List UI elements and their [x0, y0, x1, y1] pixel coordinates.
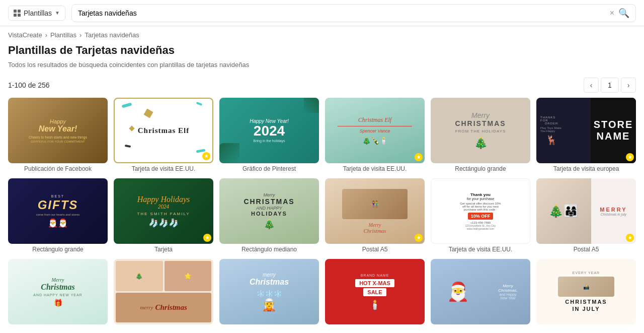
template-item[interactable]: Happy New Year! 2024 Bring in the holida… [219, 98, 319, 172]
template-label [114, 324, 213, 332]
template-thumb: Happy New Year! Cheers to fresh starts a… [8, 98, 108, 163]
template-thumb: Christmas Elf Spencer Vance 🎄🍾🕯️ ★ [325, 98, 425, 163]
template-thumb: BRAND NAME HOT X-MAS SALE 🕯️ [325, 259, 425, 324]
template-label [536, 324, 636, 332]
breadcrumb: VistaCreate › Plantillas › Tarjetas navi… [0, 26, 644, 42]
template-label [431, 324, 530, 332]
template-thumb: Christmas Elf ★ [114, 98, 213, 163]
current-page: 1 [601, 78, 619, 93]
search-bar: × 🔍 [71, 4, 636, 22]
template-thumb: 🎅 Merry Christmas, and Happy New Year [431, 259, 530, 324]
template-row-3: Merry Christmas AND HAPPY NEW YEAR 🎁 🎄 ⭐… [8, 259, 636, 332]
header: Plantillas ▼ × 🔍 [0, 0, 644, 26]
pro-badge: ★ [626, 153, 634, 161]
template-thumb: Merry Christmas AND HAPPY NEW YEAR 🎁 [8, 259, 108, 324]
template-label: Rectángulo mediano [219, 244, 319, 253]
template-label: Tarjeta de visita EE.UU. [431, 244, 530, 253]
page-subtitle: Todos los resultados de búsqueda coincid… [8, 61, 636, 69]
template-thumb: Happy Holidays 2024 THE SMITH FAMILY 🧦🧦🧦… [114, 178, 213, 244]
template-label: Tarjeta de visita europea [536, 163, 636, 172]
template-label [219, 324, 319, 332]
results-bar: 1-100 de 256 ‹ 1 › [0, 75, 644, 98]
template-item[interactable]: 👫 Merry Christmas ★ Postal A5 [325, 178, 425, 253]
template-thumb: THANKS FOR ORDER Play Toys Make You Happ… [536, 98, 636, 163]
template-item[interactable]: Merry CHRISTMAS FROM THE HOLIDAYS 🎄 Rect… [431, 98, 530, 172]
template-item[interactable]: BRAND NAME HOT X-MAS SALE 🕯️ [325, 259, 425, 332]
clear-icon[interactable]: × [610, 9, 614, 18]
app-label: Plantillas [24, 9, 52, 17]
template-label [325, 324, 425, 332]
template-label: Tarjeta de visita EE.UU. [325, 163, 425, 172]
template-item[interactable]: merry Christmas ❄️❄️❄️ 🧝 [219, 259, 319, 332]
template-label: Postal A5 [536, 244, 636, 253]
template-row-1: Happy New Year! Cheers to fresh starts a… [8, 98, 636, 172]
pro-badge: ★ [415, 153, 423, 161]
template-thumb: EVERY YEAR 📸 CHRISTMAS IN JULY [536, 259, 636, 324]
template-label: Postal A5 [325, 244, 425, 253]
template-item[interactable]: THANKS FOR ORDER Play Toys Make You Happ… [536, 98, 636, 172]
template-item[interactable]: EVERY YEAR 📸 CHRISTMAS IN JULY [536, 259, 636, 332]
template-thumb: Thank you for your purchase Get special … [431, 178, 530, 244]
breadcrumb-current: Tarjetas navideñas [85, 31, 139, 39]
template-item[interactable]: 🎅 Merry Christmas, and Happy New Year [431, 259, 530, 332]
template-label: Rectángulo grande [431, 163, 530, 172]
search-icon[interactable]: 🔍 [618, 8, 629, 19]
breadcrumb-sep-2: › [79, 31, 82, 39]
app-switcher[interactable]: Plantillas ▼ [8, 6, 65, 21]
template-item[interactable]: Merry Christmas AND HAPPY NEW YEAR 🎁 [8, 259, 108, 332]
template-label: Tarjeta [114, 244, 213, 253]
pagination: ‹ 1 › [584, 78, 636, 93]
template-label: Tarjeta de visita EE.UU. [114, 163, 213, 172]
results-info: 1-100 de 256 [8, 81, 50, 89]
template-thumb: 👫 Merry Christmas ★ [325, 178, 425, 244]
page-title: Plantillas de Tarjetas navideñas [8, 44, 636, 57]
search-input[interactable] [78, 9, 606, 17]
template-thumb: merry Christmas ❄️❄️❄️ 🧝 [219, 259, 319, 324]
chevron-down-icon: ▼ [55, 10, 60, 16]
template-thumb: Merry CHRISTMAS AND HAPPY HOLIDAYS 🎄 [219, 178, 319, 244]
pro-badge: ★ [202, 152, 210, 160]
template-item[interactable]: Christmas Elf Spencer Vance 🎄🍾🕯️ ★ Tarje… [325, 98, 425, 172]
breadcrumb-sep-1: › [45, 31, 47, 39]
template-label: Rectángulo grande [8, 244, 108, 253]
template-item[interactable]: 🎄 ⭐ merry Christmas [114, 259, 213, 332]
template-thumb: Merry CHRISTMAS FROM THE HOLIDAYS 🎄 [431, 98, 530, 163]
prev-page-button[interactable]: ‹ [584, 78, 599, 93]
template-row-2: BEST GIFTS come from our hearts and stor… [8, 178, 636, 253]
template-item[interactable]: Christmas Elf ★ Tarjeta de visita EE.UU. [114, 98, 213, 172]
template-label: Publicación de Facebook [8, 163, 108, 172]
page-header: Plantillas de Tarjetas navideñas Todos l… [0, 42, 644, 75]
next-page-button[interactable]: › [621, 78, 636, 93]
pro-badge: ★ [415, 234, 423, 242]
template-thumb: 🎄 ⭐ merry Christmas [114, 259, 213, 324]
template-label [8, 324, 108, 332]
template-item[interactable]: Happy Holidays 2024 THE SMITH FAMILY 🧦🧦🧦… [114, 178, 213, 253]
template-grid-container: Happy New Year! Cheers to fresh starts a… [0, 98, 644, 333]
template-thumb: Happy New Year! 2024 Bring in the holida… [219, 98, 319, 163]
pro-badge: ★ [203, 234, 211, 242]
template-item[interactable]: 🎄👨‍👩‍👧 MERRY Christmas in july ★ Postal … [536, 178, 636, 253]
template-item[interactable]: Happy New Year! Cheers to fresh starts a… [8, 98, 108, 172]
template-item[interactable]: Merry CHRISTMAS AND HAPPY HOLIDAYS 🎄 Rec… [219, 178, 319, 253]
template-thumb: BEST GIFTS come from our hearts and stor… [8, 178, 108, 244]
template-thumb: 🎄👨‍👩‍👧 MERRY Christmas in july ★ [536, 178, 636, 244]
breadcrumb-plantillas[interactable]: Plantillas [50, 31, 76, 39]
template-item[interactable]: Thank you for your purchase Get special … [431, 178, 530, 253]
template-item[interactable]: BEST GIFTS come from our hearts and stor… [8, 178, 108, 253]
breadcrumb-vistaCreate[interactable]: VistaCreate [8, 31, 42, 39]
grid-icon [14, 10, 21, 17]
pro-badge: ★ [626, 234, 634, 242]
template-label: Gráfico de Pinterest [219, 163, 319, 172]
